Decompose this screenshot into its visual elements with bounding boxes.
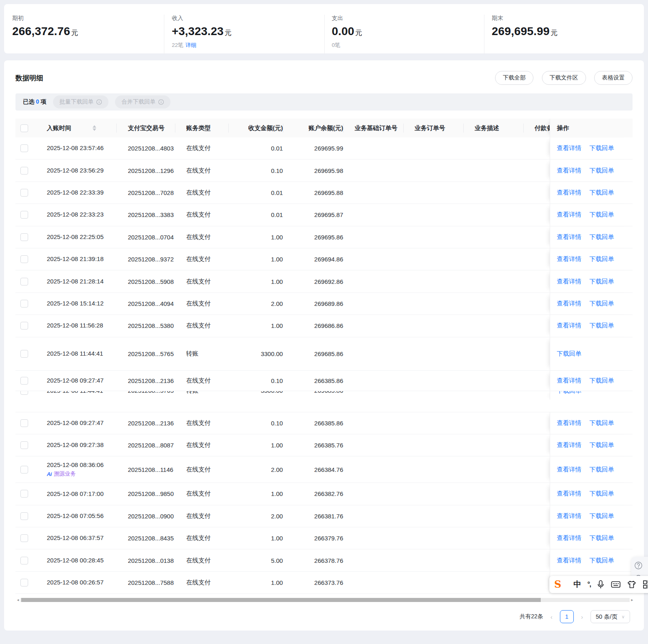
download-receipt-link[interactable]: 下载回单 (589, 278, 614, 285)
view-details-link[interactable]: 查看详情 (557, 557, 581, 564)
row-checkbox[interactable] (20, 278, 28, 285)
row-checkbox[interactable] (20, 167, 28, 175)
download-receipt-link[interactable]: 下载回单 (589, 466, 614, 473)
download-receipt-link[interactable]: 下载回单 (589, 490, 614, 497)
table-header: 入账时间 支付宝交易号 账务类型 收支金额(元) 账户余额(元) 业务基础订单号… (15, 119, 633, 137)
header-time[interactable]: 入账时间 (35, 119, 117, 137)
table-row: 2025-12-08 09:27:4720251208...2136在线支付0.… (15, 412, 633, 434)
view-details-link[interactable]: 查看详情 (557, 466, 581, 473)
view-details-link[interactable]: 查看详情 (557, 534, 581, 541)
chinese-mode-icon[interactable]: 中 (573, 579, 581, 590)
view-details-link[interactable]: 查看详情 (557, 144, 581, 151)
row-checkbox[interactable] (20, 419, 28, 427)
keyboard-icon[interactable] (611, 580, 621, 589)
view-details-link[interactable]: 查看详情 (557, 377, 581, 384)
microphone-icon[interactable] (597, 580, 605, 589)
header-remark: 付款备注 (523, 119, 550, 137)
view-details-link[interactable]: 查看详情 (557, 490, 581, 497)
view-details-link[interactable]: 查看详情 (557, 300, 581, 307)
entry-time: 2025-12-08 22:25:05 (47, 233, 104, 241)
view-details-link[interactable]: 查看详情 (557, 441, 581, 448)
row-checkbox[interactable] (20, 490, 28, 498)
row-checkbox[interactable] (20, 255, 28, 263)
question-icon[interactable] (635, 562, 642, 569)
income-detail-link[interactable]: 详细 (186, 42, 197, 48)
download-receipt-link[interactable]: 下载回单 (589, 419, 614, 426)
download-receipt-link[interactable]: 下载回单 (589, 377, 614, 384)
row-checkbox[interactable] (20, 579, 28, 586)
skin-shirt-icon[interactable] (627, 580, 637, 589)
amount: 0.10 (271, 420, 283, 427)
next-page-icon[interactable]: › (579, 613, 585, 620)
row-checkbox[interactable] (20, 534, 28, 542)
view-details-link[interactable]: 查看详情 (557, 211, 581, 218)
view-details-link[interactable]: 查看详情 (557, 189, 581, 196)
row-checkbox[interactable] (20, 391, 28, 395)
row-checkbox[interactable] (20, 377, 28, 385)
stat-sub: 0笔 (332, 42, 484, 49)
amount: 1.00 (271, 579, 283, 586)
amount: 1.00 (271, 278, 283, 285)
download-receipt-link[interactable]: 下载回单 (589, 300, 614, 307)
download-receipt-link[interactable]: 下载回单 (589, 167, 614, 174)
page-size-select[interactable]: 50 条/页 ∨ (590, 610, 630, 623)
download-receipt-link[interactable]: 下载回单 (589, 534, 614, 541)
view-details-link[interactable]: 查看详情 (557, 278, 581, 285)
entry-time: 2025-12-08 06:37:57 (47, 534, 104, 542)
row-checkbox[interactable] (20, 322, 28, 330)
row-checkbox[interactable] (20, 557, 28, 564)
amount: 0.01 (271, 189, 283, 196)
row-checkbox[interactable] (20, 441, 28, 449)
download-receipt-link[interactable]: 下载回单 (589, 211, 614, 218)
entry-time: 2025-12-08 09:27:47 (47, 377, 104, 385)
view-details-link[interactable]: 查看详情 (557, 255, 581, 262)
row-checkbox[interactable] (20, 144, 28, 152)
row-checkbox[interactable] (20, 300, 28, 308)
row-checkbox[interactable] (20, 512, 28, 520)
view-details-link[interactable]: 查看详情 (557, 322, 581, 329)
row-checkbox[interactable] (20, 466, 28, 474)
download-receipt-link[interactable]: 下载回单 (557, 350, 581, 357)
stat-label: 期末 (492, 15, 644, 22)
sogou-logo-icon[interactable]: S (554, 580, 561, 589)
selected-count-text: 已选0项 (23, 98, 46, 106)
page-number-button[interactable]: 1 (560, 610, 574, 623)
row-checkbox[interactable] (20, 233, 28, 241)
amount: 1.00 (271, 322, 283, 329)
download-receipt-link[interactable]: 下载回单 (589, 441, 614, 448)
punctuation-icon[interactable]: °, (587, 580, 590, 589)
prev-page-icon[interactable]: ‹ (549, 613, 554, 620)
select-all-checkbox[interactable] (20, 124, 28, 132)
scroll-left-icon[interactable]: ◂ (15, 598, 20, 602)
horizontal-scrollbar[interactable]: ◂ ▸ (5, 598, 635, 602)
download-zone-button[interactable]: 下载文件区 (542, 71, 586, 85)
download-receipt-link[interactable]: 下载回单 (557, 391, 581, 394)
download-receipt-link[interactable]: 下载回单 (589, 557, 614, 564)
view-details-link[interactable]: 查看详情 (557, 167, 581, 174)
merge-download-button[interactable]: 合并下载回单 (115, 95, 170, 108)
sort-icon[interactable] (93, 125, 96, 131)
scrollbar-thumb[interactable] (21, 598, 541, 602)
view-details-link[interactable]: 查看详情 (557, 233, 581, 240)
download-receipt-link[interactable]: 下载回单 (589, 189, 614, 196)
table-row: 2025-12-08 11:44:4120251208...5765转账3300… (15, 391, 633, 412)
toolbox-grid-icon[interactable] (643, 580, 648, 589)
download-receipt-link[interactable]: 下载回单 (589, 255, 614, 262)
view-details-link[interactable]: 查看详情 (557, 419, 581, 426)
batch-download-button[interactable]: 批量下载回单 (53, 95, 108, 108)
row-checkbox[interactable] (20, 350, 28, 358)
row-checkbox[interactable] (20, 189, 28, 197)
table-settings-button[interactable]: 表格设置 (594, 71, 633, 85)
txn-number: 20251208...5380 (128, 322, 174, 329)
download-receipt-link[interactable]: 下载回单 (589, 233, 614, 240)
stat-expense: 支出 0.00元 0笔 (324, 15, 484, 53)
download-all-button[interactable]: 下载全部 (495, 71, 533, 85)
download-receipt-link[interactable]: 下载回单 (589, 144, 614, 151)
download-receipt-link[interactable]: 下载回单 (589, 512, 614, 519)
scrollbar-track[interactable] (20, 598, 630, 602)
view-details-link[interactable]: 查看详情 (557, 512, 581, 519)
scroll-right-icon[interactable]: ▸ (630, 598, 635, 602)
stat-closing-balance: 期末 269,695.99元 (484, 15, 644, 53)
row-checkbox[interactable] (20, 211, 28, 219)
download-receipt-link[interactable]: 下载回单 (589, 322, 614, 329)
